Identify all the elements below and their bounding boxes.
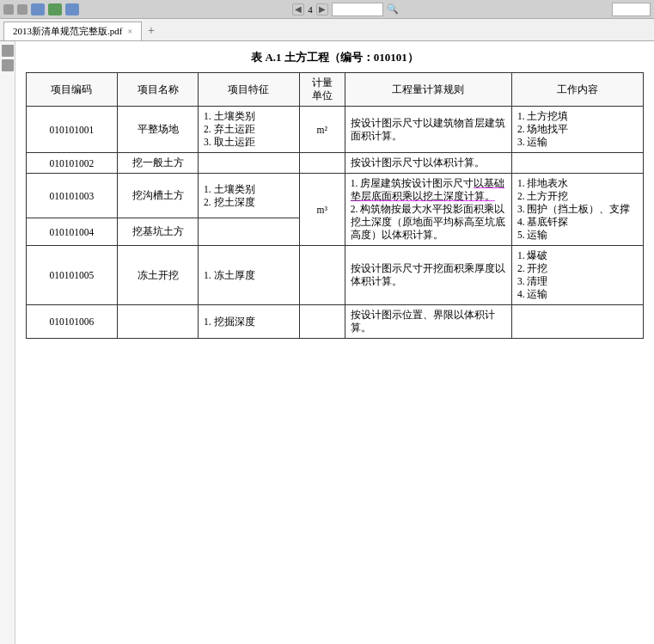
header-name: 项目名称 [117, 73, 198, 107]
tab-close-button[interactable]: × [127, 27, 132, 36]
tab-label: 2013新清单规范完整版.pdf [13, 25, 122, 38]
header-unit: 计量单位 [299, 73, 345, 107]
cell-code: 010101003 [27, 174, 118, 218]
nav-prev-icon[interactable]: ◀ [292, 3, 304, 15]
cell-name: 挖基坑土方 [117, 218, 198, 246]
left-panel [0, 41, 15, 644]
new-tab-button[interactable]: + [142, 21, 161, 40]
table-row: 010101001 平整场地 1. 土壤类别2. 弃土运距3. 取土运距 m² … [27, 107, 644, 153]
back-icon[interactable] [3, 4, 14, 15]
cell-code: 010101004 [27, 218, 118, 246]
cell-work [511, 305, 643, 339]
cell-rules: 按设计图示位置、界限以体积计算。 [345, 305, 511, 339]
cell-feature [199, 153, 300, 174]
tool1-icon[interactable] [31, 3, 45, 15]
search-icon[interactable]: 🔍 [387, 3, 399, 15]
table-row: 010101003 挖沟槽土方 1. 土壤类别2. 挖土深度 m³ 1. 房屋建… [27, 174, 644, 218]
cell-code: 010101001 [27, 107, 118, 153]
cell-feature: 1. 冻土厚度 [199, 246, 300, 305]
forward-icon[interactable] [17, 4, 28, 15]
table-title: 表 A.1 土方工程（编号：010101） [26, 50, 644, 65]
cell-unit [299, 153, 345, 174]
content-area: 表 A.1 土方工程（编号：010101） 项目编码 项目名称 项目特征 计量单… [0, 41, 654, 644]
main-content: 表 A.1 土方工程（编号：010101） 项目编码 项目名称 项目特征 计量单… [15, 41, 654, 644]
pdf-tab[interactable]: 2013新清单规范完整版.pdf × [3, 21, 142, 40]
cell-rules-combined: 1. 房屋建筑按设计图示尺寸以基础垫层底面积乘以挖土深度计算。 2. 构筑物按最… [345, 174, 511, 246]
cell-rules: 按设计图示尺寸以体积计算。 [345, 153, 511, 174]
left-panel-btn2[interactable] [2, 59, 14, 71]
cell-name: 挖沟槽土方 [117, 174, 198, 218]
cell-name: 挖一般土方 [117, 153, 198, 174]
cell-rules: 按设计图示尺寸开挖面积乘厚度以体积计算。 [345, 246, 511, 305]
cell-feature: 1. 土壤类别2. 弃土运距3. 取土运距 [199, 107, 300, 153]
cell-feature: 1. 挖掘深度 [199, 305, 300, 339]
nav-next-icon[interactable]: ▶ [316, 3, 328, 15]
left-panel-btn1[interactable] [2, 45, 14, 57]
header-rules: 工程量计算规则 [345, 73, 511, 107]
cell-code: 010101006 [27, 305, 118, 339]
table-row: 010101005 冻土开挖 1. 冻土厚度 按设计图示尺寸开挖面积乘厚度以体积… [27, 246, 644, 305]
cell-work [511, 153, 643, 174]
tab-bar: 2013新清单规范完整版.pdf × + [0, 19, 654, 41]
cell-unit-shared: m³ [299, 174, 345, 246]
cell-work: 1. 爆破2. 开挖3. 清理4. 运输 [511, 246, 643, 305]
header-work: 工作内容 [511, 73, 643, 107]
cell-feature: 1. 土壤类别2. 挖土深度 [199, 174, 300, 218]
cell-rules: 按设计图示尺寸以建筑物首层建筑面积计算。 [345, 107, 511, 153]
table-row: 010101002 挖一般土方 按设计图示尺寸以体积计算。 [27, 153, 644, 174]
cell-work: 1. 土方挖填2. 场地找平3. 运输 [511, 107, 643, 153]
tool2-icon[interactable] [48, 3, 62, 15]
header-code: 项目编码 [27, 73, 118, 107]
header-feature: 项目特征 [199, 73, 300, 107]
cell-name: 冻土开挖 [117, 246, 198, 305]
table-row: 010101006 1. 挖掘深度 按设计图示位置、界限以体积计算。 [27, 305, 644, 339]
zoom-field[interactable] [612, 3, 651, 16]
page-number: 4 [308, 4, 313, 15]
main-table: 项目编码 项目名称 项目特征 计量单位 工程量计算规则 工作内容 0101010… [26, 72, 644, 339]
cell-unit: m² [299, 107, 345, 153]
cell-name: 平整场地 [117, 107, 198, 153]
cell-work-combined: 1. 排地表水2. 土方开挖3. 围护（挡土板）、支撑4. 基底钎探5. 运输 [511, 174, 643, 246]
cell-code: 010101002 [27, 153, 118, 174]
cell-name [117, 305, 198, 339]
tool3-icon[interactable] [65, 3, 79, 15]
search-field[interactable] [332, 3, 383, 16]
cell-unit [299, 305, 345, 339]
top-bar: ◀ 4 ▶ 🔍 [0, 0, 654, 19]
cell-unit [299, 246, 345, 305]
cell-code: 010101005 [27, 246, 118, 305]
cell-feature [199, 218, 300, 246]
